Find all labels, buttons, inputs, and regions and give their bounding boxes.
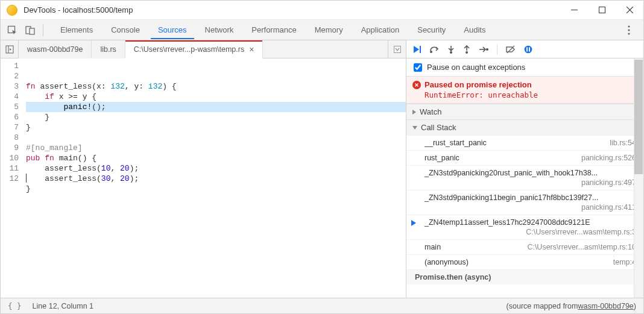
code-line[interactable]	[26, 194, 406, 204]
frame-location: temp:4	[613, 258, 636, 266]
frame-function: _ZN3std9panicking20rust_panic_with_hook1…	[425, 169, 598, 177]
chevron-down-icon	[412, 126, 417, 130]
svg-point-5	[628, 29, 630, 31]
async-label: Promise.then (async)	[415, 273, 491, 281]
paused-message: Paused on promise rejection RuntimeError…	[406, 77, 643, 104]
svg-rect-8	[394, 46, 400, 52]
tab-console[interactable]: Console	[104, 21, 147, 39]
call-stack-frame[interactable]: (anonymous)temp:4	[406, 254, 643, 269]
tab-sources[interactable]: Sources	[151, 21, 194, 39]
frame-function: __rust_start_panic	[425, 139, 604, 147]
tab-memory[interactable]: Memory	[308, 21, 350, 39]
step-out-button[interactable]	[463, 45, 470, 54]
svg-rect-16	[529, 47, 530, 51]
watch-section-header[interactable]: Watch	[406, 104, 643, 119]
window-maximize-button[interactable]	[588, 1, 616, 20]
code-line[interactable]: assert_less(10, 20);	[26, 163, 406, 174]
svg-rect-3	[30, 28, 34, 34]
frame-function: (anonymous)	[425, 258, 607, 266]
svg-point-11	[450, 51, 452, 54]
source-map-suffix: )	[634, 302, 636, 310]
code-line[interactable]	[26, 133, 406, 143]
svg-point-12	[466, 51, 468, 54]
tab-performance[interactable]: Performance	[244, 21, 303, 39]
call-stack-frame[interactable]: _ZN4temp11assert_less17hc29247008ddc9121…	[406, 215, 643, 239]
error-icon	[412, 81, 421, 89]
svg-point-4	[628, 25, 630, 27]
chevron-right-icon	[412, 110, 416, 115]
call-stack-frame[interactable]: rust_panicpanicking.rs:526	[406, 150, 643, 165]
pause-on-exceptions-button[interactable]	[524, 45, 532, 54]
code-line[interactable]: }	[26, 122, 406, 133]
window-close-button[interactable]	[616, 1, 643, 20]
file-tab[interactable]: C:\Users\rrever...p-wasm\temp.rs×	[125, 40, 264, 58]
pause-on-caught-checkbox[interactable]	[414, 63, 422, 72]
pretty-print-icon[interactable]: { }	[8, 301, 22, 310]
file-tab[interactable]: lib.rs	[92, 40, 125, 58]
code-line[interactable]: pub fn main() {	[26, 153, 406, 163]
window-title: DevTools - localhost:5000/temp	[24, 5, 560, 14]
frame-location: lib.rs:54	[610, 139, 636, 147]
resume-button[interactable]	[412, 45, 421, 54]
tab-security[interactable]: Security	[410, 21, 453, 39]
source-editor[interactable]: 123456789101112 fn assert_less(x: i32, y…	[1, 58, 406, 298]
frame-location: panicking.rs:411	[425, 203, 636, 212]
code-line[interactable]: }	[26, 184, 406, 194]
async-boundary: Promise.then (async)	[406, 269, 643, 284]
file-tabs: wasm-00bbd79elib.rsC:\Users\rrever...p-w…	[19, 40, 388, 58]
step-into-button[interactable]	[447, 45, 455, 54]
file-tab[interactable]: wasm-00bbd79e	[19, 40, 92, 58]
debugger-separator	[497, 44, 497, 55]
svg-point-6	[628, 33, 630, 34]
code-line[interactable]: if x >= y {	[26, 92, 406, 102]
debugger-controls	[406, 40, 643, 58]
scrollbar-thumb[interactable]	[634, 60, 643, 174]
pause-on-caught-row: Pause on caught exceptions	[406, 58, 643, 77]
source-map-prefix: (source mapped from	[507, 302, 578, 310]
svg-rect-9	[420, 46, 421, 53]
inspect-element-icon[interactable]	[3, 21, 21, 39]
step-over-button[interactable]	[429, 45, 439, 54]
callstack-section-header[interactable]: Call Stack	[406, 119, 643, 135]
device-toolbar-icon[interactable]	[21, 21, 39, 39]
status-bar: { } Line 12, Column 1 (source mapped fro…	[1, 298, 643, 313]
tab-audits[interactable]: Audits	[456, 21, 493, 39]
deactivate-breakpoints-button[interactable]	[506, 45, 516, 54]
more-tabs-icon[interactable]	[388, 40, 406, 58]
paused-detail: RuntimeError: unreachable	[425, 90, 636, 99]
file-tab-label: lib.rs	[100, 45, 116, 54]
scrollbar[interactable]	[634, 58, 643, 298]
step-button[interactable]	[479, 46, 488, 53]
svg-point-13	[486, 48, 488, 51]
tab-application[interactable]: Application	[354, 21, 407, 39]
code-line[interactable]: }	[26, 112, 406, 122]
cursor-position: Line 12, Column 1	[33, 302, 93, 310]
call-stack-frame[interactable]: __rust_start_paniclib.rs:54	[406, 135, 643, 150]
file-tab-label: wasm-00bbd79e	[27, 45, 83, 54]
frame-function: _ZN3std9panicking11begin_panic17hf8bbc13…	[425, 193, 598, 202]
navigator-toggle-icon[interactable]	[1, 40, 19, 58]
call-stack-list: __rust_start_paniclib.rs:54rust_panicpan…	[406, 135, 643, 269]
source-map-link[interactable]: wasm-00bbd79e	[578, 302, 633, 310]
window-minimize-button[interactable]	[560, 1, 588, 20]
tab-network[interactable]: Network	[198, 21, 241, 39]
more-options-icon[interactable]	[620, 22, 637, 39]
code-line[interactable]: fn assert_less(x: i32, y: i32) {	[26, 81, 406, 92]
paused-title: Paused on promise rejection	[425, 80, 636, 89]
sources-left-subheader: wasm-00bbd79elib.rsC:\Users\rrever...p-w…	[1, 40, 406, 58]
tab-elements[interactable]: Elements	[53, 21, 100, 39]
code-line[interactable]: #[no_mangle]	[26, 143, 406, 153]
toolbar-separator	[43, 24, 43, 36]
panel-tabs: ElementsConsoleSourcesNetworkPerformance…	[47, 21, 620, 39]
call-stack-frame[interactable]: mainC:\Users\rrever...asm\temp.rs:10	[406, 239, 643, 254]
code-line[interactable]: panic!();	[26, 102, 406, 112]
call-stack-frame[interactable]: _ZN3std9panicking11begin_panic17hf8bbc13…	[406, 190, 643, 215]
devtools-app-icon	[7, 5, 17, 16]
code-area[interactable]: fn assert_less(x: i32, y: i32) { if x >=…	[24, 58, 406, 298]
code-line[interactable]: assert_less(30, 20);	[26, 174, 406, 184]
debugger-sidebar: Pause on caught exceptions Paused on pro…	[406, 58, 643, 298]
window-titlebar: DevTools - localhost:5000/temp	[1, 1, 643, 20]
frame-location: C:\Users\rrever...wasm\temp.rs:3	[425, 228, 636, 236]
call-stack-frame[interactable]: _ZN3std9panicking20rust_panic_with_hook1…	[406, 165, 643, 190]
close-icon[interactable]: ×	[249, 45, 254, 54]
